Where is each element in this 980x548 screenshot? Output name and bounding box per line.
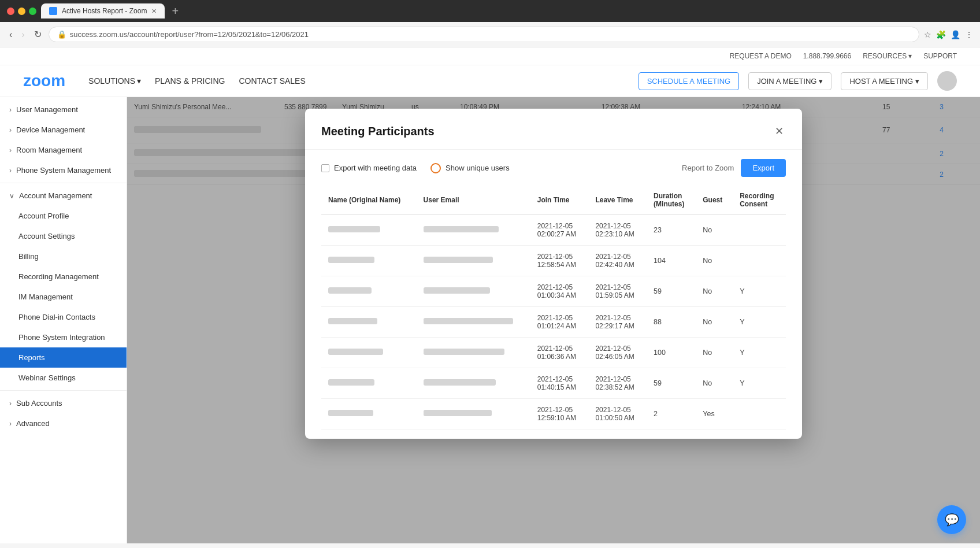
sidebar-item-phone-system-management[interactable]: › Phone System Management [0, 160, 127, 180]
nav-solutions[interactable]: SOLUTIONS▾ [88, 76, 141, 86]
blurred-name-6 [328, 379, 374, 386]
meeting-participants-modal: Meeting Participants ✕ Export with meeti… [305, 109, 802, 439]
cell-guest: No [696, 338, 733, 368]
sidebar-item-device-management[interactable]: › Device Management [0, 120, 127, 140]
cell-duration: 59 [647, 276, 696, 307]
sidebar-label-user-management: User Management [16, 105, 78, 114]
cell-duration: 23 [647, 214, 696, 246]
show-unique-users-option[interactable]: Show unique users [430, 163, 510, 173]
browser-tab-active[interactable]: Active Hosts Report - Zoom ✕ [41, 3, 165, 18]
tab-title: Active Hosts Report - Zoom [62, 7, 147, 15]
table-row: 2021-12-05 01:00:34 AM 2021-12-05 01:59:… [321, 276, 786, 307]
sidebar-item-account-profile[interactable]: Account Profile [0, 206, 127, 226]
join-meeting-btn[interactable]: JOIN A MEETING▾ [748, 72, 831, 90]
cell-join-time: 2021-12-05 12:59:10 AM [530, 399, 589, 429]
page-layout: › User Management › Device Management › … [0, 97, 980, 543]
back-btn[interactable]: ‹ [7, 27, 14, 42]
sidebar-item-im-management[interactable]: IM Management [0, 287, 127, 307]
cell-recording-consent: Y [733, 338, 786, 368]
close-traffic-light[interactable] [7, 8, 14, 15]
table-row: 2021-12-05 01:40:15 AM 2021-12-05 02:38:… [321, 368, 786, 399]
cell-join-time: 2021-12-05 02:00:27 AM [530, 214, 589, 246]
sidebar-label-account-management: Account Management [19, 191, 92, 200]
browser-navbar: ‹ › ↻ 🔒 success.zoom.us/account/report/u… [0, 22, 980, 47]
address-bar[interactable]: 🔒 success.zoom.us/account/report/user?fr… [49, 27, 919, 42]
sidebar-item-webinar-settings[interactable]: Webinar Settings [0, 368, 127, 388]
sidebar-item-room-management[interactable]: › Room Management [0, 140, 127, 160]
sidebar-item-advanced[interactable]: › Advanced [0, 413, 127, 434]
modal-body: Export with meeting data Show unique use… [305, 150, 802, 439]
export-button[interactable]: Export [741, 159, 786, 177]
reload-btn[interactable]: ↻ [32, 27, 44, 42]
sidebar-item-account-settings[interactable]: Account Settings [0, 226, 127, 246]
blurred-name-7 [328, 410, 373, 416]
resources-link[interactable]: RESOURCES ▾ [863, 52, 912, 60]
sidebar-label-device-management: Device Management [16, 125, 85, 134]
cell-name [321, 214, 417, 246]
sidebar-item-reports[interactable]: Reports [0, 347, 127, 368]
user-avatar[interactable] [937, 71, 957, 91]
table-row: 2021-12-05 02:00:27 AM 2021-12-05 02:23:… [321, 214, 786, 246]
modal-title: Meeting Participants [321, 125, 435, 138]
sidebar-item-sub-accounts[interactable]: › Sub Accounts [0, 393, 127, 413]
sidebar-section: › User Management › Device Management › … [0, 97, 127, 436]
show-unique-users-checkbox[interactable] [430, 163, 441, 173]
browser-chrome: Active Hosts Report - Zoom ✕ + ‹ › ↻ 🔒 s… [0, 0, 980, 47]
cell-duration: 88 [647, 307, 696, 338]
nav-contact-sales[interactable]: CONTACT SALES [239, 76, 305, 86]
new-tab-btn[interactable]: + [172, 5, 179, 18]
blurred-email-1 [424, 226, 499, 232]
support-link[interactable]: SUPPORT [923, 52, 957, 60]
cell-name [321, 246, 417, 276]
cell-leave-time: 2021-12-05 02:46:05 AM [588, 338, 647, 368]
report-to-zoom-link[interactable]: Report to Zoom [682, 164, 734, 172]
phone-link[interactable]: 1.888.799.9666 [803, 52, 851, 60]
show-unique-users-label: Show unique users [446, 164, 510, 172]
sidebar-item-account-management[interactable]: ∨ Account Management [0, 186, 127, 206]
bookmark-icon[interactable]: ☆ [924, 30, 931, 39]
chevron-down-icon: ∨ [9, 192, 14, 200]
table-row: 2021-12-05 12:58:54 AM 2021-12-05 02:42:… [321, 246, 786, 276]
sidebar-item-recording-management[interactable]: Recording Management [0, 266, 127, 287]
cell-guest: No [696, 214, 733, 246]
fullscreen-traffic-light[interactable] [29, 8, 36, 15]
cell-leave-time: 2021-12-05 02:38:52 AM [588, 368, 647, 399]
sidebar-item-phone-dialin-contacts[interactable]: Phone Dial-in Contacts [0, 307, 127, 327]
chat-fab-button[interactable]: 💬 [937, 505, 966, 534]
cell-duration: 104 [647, 246, 696, 276]
cell-email [417, 276, 530, 307]
sidebar-label-sub-accounts: Sub Accounts [16, 399, 62, 408]
cell-guest: No [696, 246, 733, 276]
cell-name [321, 338, 417, 368]
cell-recording-consent [733, 246, 786, 276]
col-join-time: Join Time [530, 186, 589, 214]
cell-join-time: 2021-12-05 01:01:24 AM [530, 307, 589, 338]
browser-titlebar: Active Hosts Report - Zoom ✕ + [0, 0, 980, 22]
export-meeting-data-checkbox[interactable] [321, 164, 329, 172]
nav-plans[interactable]: PLANS & PRICING [155, 76, 225, 86]
blurred-name-3 [328, 287, 372, 294]
host-meeting-btn[interactable]: HOST A MEETING▾ [841, 72, 928, 90]
sidebar-label-webinar-settings: Webinar Settings [18, 373, 76, 382]
export-with-meeting-data-option[interactable]: Export with meeting data [321, 164, 417, 172]
cell-join-time: 2021-12-05 12:58:54 AM [530, 246, 589, 276]
sidebar-item-user-management[interactable]: › User Management [0, 99, 127, 120]
main-nav: SOLUTIONS▾ PLANS & PRICING CONTACT SALES [88, 76, 639, 86]
tab-favicon [49, 7, 57, 15]
schedule-meeting-btn[interactable]: SCHEDULE A MEETING [639, 72, 739, 90]
forward-btn[interactable]: › [19, 27, 27, 42]
request-demo-link[interactable]: REQUEST A DEMO [730, 52, 792, 60]
cell-email [417, 246, 530, 276]
modal-close-btn[interactable]: ✕ [773, 123, 786, 140]
menu-icon[interactable]: ⋮ [965, 30, 973, 39]
sidebar-item-phone-system-integration[interactable]: Phone System Integration [0, 327, 127, 347]
extensions-icon[interactable]: 🧩 [936, 30, 946, 39]
cell-name [321, 368, 417, 399]
sidebar-label-recording-management: Recording Management [18, 272, 99, 281]
sidebar-item-billing[interactable]: Billing [0, 246, 127, 266]
participants-table: Name (Original Name) User Email Join Tim… [321, 186, 786, 429]
minimize-traffic-light[interactable] [18, 8, 25, 15]
tab-close-btn[interactable]: ✕ [151, 8, 157, 15]
blurred-email-7 [424, 410, 492, 416]
profile-icon[interactable]: 👤 [951, 30, 960, 39]
